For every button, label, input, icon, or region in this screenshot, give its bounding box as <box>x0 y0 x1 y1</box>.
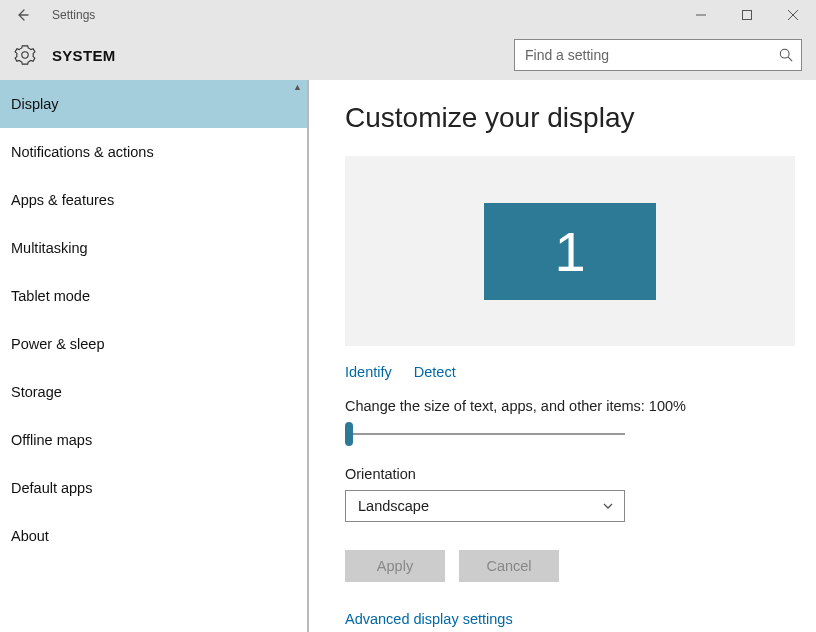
svg-rect-0 <box>743 11 752 20</box>
back-button[interactable] <box>0 0 44 30</box>
dropdown-value: Landscape <box>358 498 429 514</box>
search-box[interactable] <box>514 39 802 71</box>
sidebar-item-power-sleep[interactable]: Power & sleep <box>0 320 307 368</box>
monitor-tile-1[interactable]: 1 <box>484 203 656 300</box>
sidebar-item-multitasking[interactable]: Multitasking <box>0 224 307 272</box>
titlebar: Settings <box>0 0 816 30</box>
sidebar-item-label: Apps & features <box>11 192 114 208</box>
sidebar-item-label: Default apps <box>11 480 92 496</box>
window-controls <box>678 0 816 30</box>
search-icon <box>771 48 801 62</box>
identify-link[interactable]: Identify <box>345 364 392 380</box>
sidebar-item-offline-maps[interactable]: Offline maps <box>0 416 307 464</box>
gear-icon <box>14 44 36 66</box>
display-link-row: Identify Detect <box>345 364 800 380</box>
sidebar-item-label: Tablet mode <box>11 288 90 304</box>
svg-point-1 <box>780 49 789 58</box>
search-input[interactable] <box>515 40 771 70</box>
scroll-up-icon: ▲ <box>293 82 303 92</box>
monitor-number: 1 <box>554 219 585 284</box>
scale-slider[interactable] <box>345 422 625 446</box>
detect-link[interactable]: Detect <box>414 364 456 380</box>
cancel-button[interactable]: Cancel <box>459 550 559 582</box>
display-preview: 1 <box>345 156 795 346</box>
sidebar-item-apps[interactable]: Apps & features <box>0 176 307 224</box>
sidebar-item-label: Power & sleep <box>11 336 105 352</box>
sidebar-item-tablet-mode[interactable]: Tablet mode <box>0 272 307 320</box>
slider-thumb[interactable] <box>345 422 353 446</box>
close-button[interactable] <box>770 0 816 30</box>
sidebar-item-label: Notifications & actions <box>11 144 154 160</box>
section-title: SYSTEM <box>52 47 115 64</box>
header: SYSTEM <box>0 30 816 80</box>
page-heading: Customize your display <box>345 102 800 134</box>
sidebar-item-about[interactable]: About <box>0 512 307 560</box>
button-row: Apply Cancel <box>345 550 800 582</box>
minimize-button[interactable] <box>678 0 724 30</box>
sidebar: ▲ Display Notifications & actions Apps &… <box>0 80 309 632</box>
sidebar-item-notifications[interactable]: Notifications & actions <box>0 128 307 176</box>
scale-label: Change the size of text, apps, and other… <box>345 398 800 414</box>
sidebar-item-label: About <box>11 528 49 544</box>
chevron-down-icon <box>602 500 614 512</box>
advanced-display-link[interactable]: Advanced display settings <box>345 611 513 627</box>
window-title: Settings <box>52 8 95 22</box>
main-pane: Customize your display 1 Identify Detect… <box>309 80 816 632</box>
orientation-label: Orientation <box>345 466 800 482</box>
sidebar-item-storage[interactable]: Storage <box>0 368 307 416</box>
orientation-dropdown[interactable]: Landscape <box>345 490 625 522</box>
sidebar-item-label: Offline maps <box>11 432 92 448</box>
sidebar-item-label: Storage <box>11 384 62 400</box>
sidebar-item-label: Display <box>11 96 59 112</box>
maximize-button[interactable] <box>724 0 770 30</box>
content: ▲ Display Notifications & actions Apps &… <box>0 80 816 632</box>
back-arrow-icon <box>14 7 30 23</box>
sidebar-item-default-apps[interactable]: Default apps <box>0 464 307 512</box>
sidebar-item-display[interactable]: Display <box>0 80 307 128</box>
sidebar-item-label: Multitasking <box>11 240 88 256</box>
slider-track <box>345 433 625 435</box>
apply-button[interactable]: Apply <box>345 550 445 582</box>
